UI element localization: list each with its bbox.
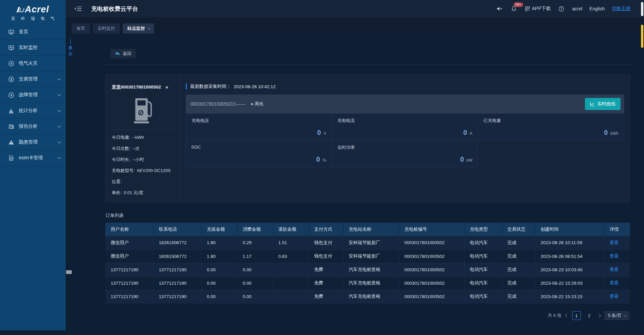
device-name: 直流0003017801000502 xyxy=(112,84,161,90)
table-row: 13771217190137712171900.00 0.00免费 汽车充电桩质… xyxy=(105,263,630,276)
warning-icon xyxy=(8,139,14,146)
pagination-total: 共 6 项 xyxy=(548,313,561,319)
view-detail-link[interactable]: 查看 xyxy=(610,240,619,245)
brand-logo: Acrel 安 科 瑞 电 气 xyxy=(0,0,66,24)
sidebar-item-esim-mgmt[interactable]: esim卡管理 xyxy=(0,150,66,166)
yen-circle-icon xyxy=(8,76,14,82)
orders-table-header: 用户名称 联系电话 充值金额 消费金额 退款金额 支付方式 充电站名称 充电桩编… xyxy=(105,223,630,236)
app-root: Acrel 安 科 瑞 电 气 首页 实时监控 电气火灾 xyxy=(0,0,644,335)
sidebar-item-label: esim卡管理 xyxy=(19,155,43,161)
pagination: 共 6 项 1 2 5 条/页 xyxy=(548,311,629,320)
sim-card-icon xyxy=(8,155,14,161)
col-pile-no: 充电桩编号 xyxy=(399,223,464,236)
chevron-down-icon xyxy=(58,77,61,80)
vertical-scrollbar-thumb[interactable] xyxy=(641,25,643,48)
latest-collect-label: 最新数据采集时间： xyxy=(190,83,231,90)
sidebar-item-label: 交易管理 xyxy=(19,76,38,82)
notification-bell-icon[interactable]: 99+ xyxy=(510,5,518,12)
mute-icon[interactable] xyxy=(496,5,503,12)
chevron-down-icon xyxy=(58,93,61,96)
view-detail-link[interactable]: 查看 xyxy=(610,254,619,259)
latest-collect-value: 2023-08-26 10:42:12 xyxy=(234,84,276,89)
col-phone: 联系电话 xyxy=(153,223,201,236)
metric-realtime-power: 实时功率 0kW xyxy=(332,140,478,167)
sidebar-item-label: 统计分析 xyxy=(19,108,38,114)
stat-today-duration: 今日时长:--小时 xyxy=(112,154,174,165)
expand-char: 开 xyxy=(67,51,73,57)
col-recharge-amount: 充值金额 xyxy=(201,223,237,236)
vertical-scrollbar-thumb-top[interactable] xyxy=(641,2,643,16)
app-download-label: APP下载 xyxy=(532,6,551,12)
fault-circle-icon xyxy=(8,92,14,98)
page-button-2[interactable]: 2 xyxy=(585,311,594,320)
device-panel: 直流0003017801000502 xyxy=(105,74,630,202)
sidebar: Acrel 安 科 瑞 电 气 首页 实时监控 电气火灾 xyxy=(0,0,66,335)
page-button-1[interactable]: 1 xyxy=(572,311,581,320)
sidebar-item-fault-mgmt[interactable]: 故障管理 xyxy=(0,87,66,103)
page-size-select[interactable]: 5 条/页 xyxy=(604,311,629,320)
language-switch[interactable]: English xyxy=(589,6,605,11)
horizontal-scrollbar-thumb[interactable] xyxy=(66,270,72,274)
metric-charged-energy: 已充电量 0kWh xyxy=(478,113,624,141)
col-charge-type: 充电类型 xyxy=(464,223,502,236)
charging-pile-icon xyxy=(112,98,174,125)
sidebar-item-hazard-mgmt[interactable]: 隐患管理 xyxy=(0,134,66,150)
view-detail-link[interactable]: 查看 xyxy=(610,294,619,299)
view-detail-link[interactable]: 查看 xyxy=(610,267,619,272)
tab-label: 首页 xyxy=(76,25,85,32)
chevron-down-icon xyxy=(58,109,61,112)
stat-model: 充电桩型号:AEV200-DC120S xyxy=(112,165,174,176)
sidebar-collapse-icon[interactable] xyxy=(74,6,82,12)
tab-station-monitor[interactable]: 站点监控 × xyxy=(123,23,154,34)
sidebar-item-realtime-monitor[interactable]: 实时监控 xyxy=(0,40,66,56)
col-refund-amount: 退款金额 xyxy=(273,223,309,236)
tab-realtime-monitor[interactable]: 实时监控 xyxy=(93,23,120,34)
stat-today-count: 今日次数:--次 xyxy=(112,143,174,154)
realtime-curve-button[interactable]: 实时曲线 xyxy=(585,98,621,110)
device-status-dot xyxy=(166,86,168,89)
help-icon[interactable] xyxy=(558,5,565,12)
metric-soc: SOC 0% xyxy=(185,140,332,167)
acrel-logo-icon xyxy=(17,6,23,13)
chevron-down-icon xyxy=(58,124,61,128)
col-station-name: 充电站名称 xyxy=(343,223,399,236)
sidebar-item-report-analysis[interactable]: 报告分析 xyxy=(0,119,66,134)
page-size-value: 5 条/页 xyxy=(608,313,622,319)
topbar: 充电桩收费云平台 99+ APP下载 acrel English 切换主题 xyxy=(66,0,644,17)
prev-page-icon[interactable] xyxy=(565,314,569,317)
report-icon xyxy=(8,123,14,130)
tab-label: 站点监控 xyxy=(127,25,145,32)
sidebar-item-electrical-fire[interactable]: 电气火灾 xyxy=(0,56,66,71)
latest-collect-time: 最新数据采集时间： 2023-08-26 10:42:12 xyxy=(186,83,624,90)
orders-title: 订单列表 xyxy=(106,213,124,219)
sidebar-item-transaction-mgmt[interactable]: 交易管理 xyxy=(0,71,66,87)
close-icon[interactable]: × xyxy=(148,26,151,31)
table-row: 13771217190137712171900.00 0.00免费 汽车充电桩质… xyxy=(105,290,630,303)
tab-home[interactable]: 首页 xyxy=(72,23,90,34)
sidebar-item-label: 报告分析 xyxy=(19,123,38,129)
chevron-right-icon xyxy=(70,39,71,44)
username[interactable]: acrel xyxy=(572,6,582,11)
col-create-time: 创建时间 xyxy=(535,223,604,236)
back-button[interactable]: 返回 xyxy=(110,49,136,58)
next-page-icon[interactable] xyxy=(597,314,601,317)
stat-unit-price: 单价:0.01 元/度 xyxy=(112,187,174,198)
stat-today-energy: 今日电量:--kWh xyxy=(112,132,174,143)
chevron-down-icon xyxy=(58,156,61,159)
main-panel: 返回 直流0003017801000502 xyxy=(105,34,630,335)
app-download-button[interactable]: APP下载 xyxy=(525,6,551,12)
sidebar-item-label: 首页 xyxy=(19,29,28,35)
connector-name: 0003017801000502/1—— xyxy=(191,101,246,107)
home-icon xyxy=(8,29,14,35)
sidebar-item-statistics[interactable]: 统计分析 xyxy=(0,103,66,119)
sidebar-item-home[interactable]: 首页 xyxy=(0,24,66,40)
view-detail-link[interactable]: 查看 xyxy=(610,280,619,285)
offline-status-dot xyxy=(251,103,253,105)
expand-sidebar-control[interactable]: 展 开 xyxy=(67,38,73,57)
sidebar-bottom-strip xyxy=(0,330,66,335)
theme-toggle-link[interactable]: 切换主题 xyxy=(612,6,631,12)
topbar-right: 99+ APP下载 acrel English 切换主题 xyxy=(496,5,635,12)
col-user-name: 用户名称 xyxy=(105,223,153,236)
metric-charge-current: 充电电流 0A xyxy=(332,113,478,141)
sidebar-item-label: 故障管理 xyxy=(19,92,38,98)
